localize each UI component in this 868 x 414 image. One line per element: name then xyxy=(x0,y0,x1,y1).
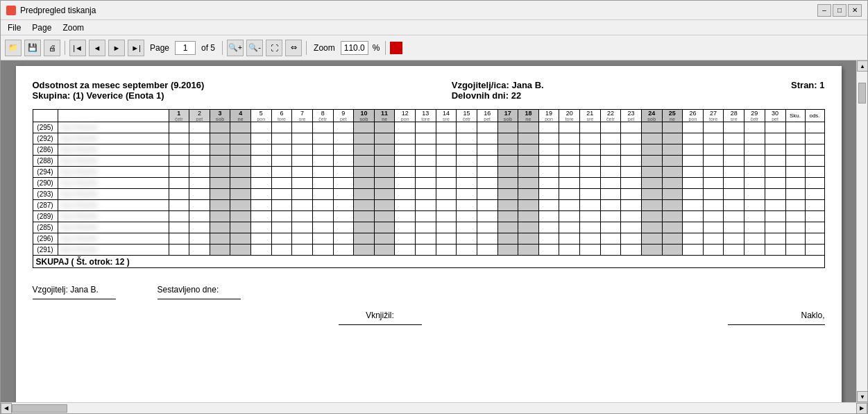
row-3-day-20 xyxy=(559,156,580,167)
fit-button[interactable]: ⛶ xyxy=(266,40,282,56)
row-4-day-28 xyxy=(724,167,744,178)
row-3-day-17 xyxy=(497,156,518,167)
scroll-up-button[interactable]: ▲ xyxy=(857,60,867,72)
row-5-day-4 xyxy=(230,178,251,189)
row-8-day-13 xyxy=(416,211,436,222)
row-8-day-28 xyxy=(724,211,744,222)
row-5-day-20 xyxy=(559,178,580,189)
title-controls[interactable]: – □ ✕ xyxy=(817,4,862,17)
scroll-thumb-v[interactable] xyxy=(858,83,866,104)
row-3-day-10 xyxy=(354,156,375,167)
row-3-day-14 xyxy=(436,156,457,167)
close-button[interactable]: ✕ xyxy=(848,4,862,17)
page-input[interactable] xyxy=(175,41,196,55)
footer-vzgojitelj-line xyxy=(33,299,116,299)
row-11-day-3 xyxy=(210,245,230,256)
row-2-day-9 xyxy=(333,144,354,156)
scroll-left-button[interactable]: ◀ xyxy=(1,403,12,414)
row-6-day-26 xyxy=(683,189,704,200)
zoom-out-button[interactable]: 🔍- xyxy=(246,40,263,56)
maximize-button[interactable]: □ xyxy=(833,4,846,17)
day-25: 25ne xyxy=(662,110,683,122)
row-7-day-21 xyxy=(580,200,601,211)
row-5-day-19 xyxy=(538,178,559,189)
print-button[interactable]: 🖨 xyxy=(44,40,60,56)
row-7-day-10 xyxy=(354,200,375,211)
day-10: 10sob xyxy=(354,110,375,122)
row-6-sku xyxy=(785,189,805,200)
row-8-day-14 xyxy=(436,211,457,222)
row-5-day-29 xyxy=(744,178,765,189)
row-5-day-15 xyxy=(457,178,477,189)
scroll-down-button[interactable]: ▼ xyxy=(857,391,867,402)
row-2-day-19 xyxy=(538,144,559,156)
day-14: 14sre xyxy=(436,110,457,122)
row-3-day-25 xyxy=(662,156,683,167)
col-id xyxy=(33,110,58,122)
row-8-day-3 xyxy=(210,211,230,222)
row-8-day-17 xyxy=(497,211,518,222)
row-0-sku xyxy=(785,122,805,133)
open-button[interactable]: 📁 xyxy=(5,40,22,56)
vertical-scrollbar[interactable]: ▲ ▼ xyxy=(856,60,867,402)
row-9-day-13 xyxy=(416,222,436,233)
summary-row: SKUPAJ ( Št. otrok: 12 ) xyxy=(33,256,824,268)
row-9-day-26 xyxy=(683,222,704,233)
row-10-day-18 xyxy=(518,233,539,245)
prev-page-button[interactable]: ◄ xyxy=(89,40,105,56)
row-2-day-25 xyxy=(662,144,683,156)
menu-zoom[interactable]: Zoom xyxy=(58,22,88,34)
row-10-day-1 xyxy=(169,233,189,245)
row-name-10: Ime Priimek xyxy=(58,233,169,245)
app-icon xyxy=(6,6,16,15)
day-19: 19pon xyxy=(538,110,559,122)
row-3-day-18 xyxy=(518,156,539,167)
row-7-day-22 xyxy=(600,200,621,211)
row-3-day-27 xyxy=(703,156,724,167)
row-5-day-7 xyxy=(292,178,313,189)
menu-file[interactable]: File xyxy=(3,22,25,34)
row-0-day-30 xyxy=(765,122,785,133)
row-3-day-21 xyxy=(580,156,601,167)
scroll-right-button[interactable]: ▶ xyxy=(856,403,867,414)
row-11-sku xyxy=(785,245,805,256)
row-1-day-27 xyxy=(703,133,724,144)
row-11-day-29 xyxy=(744,245,765,256)
row-0-day-3 xyxy=(210,122,230,133)
row-5-day-11 xyxy=(374,178,395,189)
row-11-day-24 xyxy=(641,245,662,256)
day-9: 9pet xyxy=(333,110,354,122)
row-2-day-3 xyxy=(210,144,230,156)
row-3-day-12 xyxy=(395,156,416,167)
horizontal-scrollbar[interactable]: ◀ ▶ xyxy=(1,402,867,413)
menu-page[interactable]: Page xyxy=(28,22,56,34)
row-8-day-7 xyxy=(292,211,313,222)
row-name-2: Ime Priimek xyxy=(58,144,169,156)
row-3-day-4 xyxy=(230,156,251,167)
next-page-button[interactable]: ► xyxy=(108,40,125,56)
minimize-button[interactable]: – xyxy=(817,4,831,17)
row-8-day-20 xyxy=(559,211,580,222)
row-0-day-7 xyxy=(292,122,313,133)
fit-width-button[interactable]: ⇔ xyxy=(285,40,302,56)
row-4-day-2 xyxy=(189,167,210,178)
row-0-day-18 xyxy=(518,122,539,133)
row-name-0: Ime Priimek xyxy=(58,122,169,133)
scroll-h-thumb[interactable] xyxy=(12,404,67,413)
row-4-day-8 xyxy=(312,167,333,178)
stop-button[interactable] xyxy=(390,42,402,54)
row-4-day-29 xyxy=(744,167,765,178)
row-6-day-29 xyxy=(744,189,765,200)
row-name-4: Ime Priimek xyxy=(58,167,169,178)
row-11-day-19 xyxy=(538,245,559,256)
zoom-input[interactable] xyxy=(341,41,368,55)
row-3-day-24 xyxy=(641,156,662,167)
row-3-day-5 xyxy=(251,156,272,167)
zoom-in-button[interactable]: 🔍+ xyxy=(227,40,244,56)
day-4: 4ne xyxy=(230,110,251,122)
save-button[interactable]: 💾 xyxy=(24,40,41,56)
first-page-button[interactable]: |◄ xyxy=(69,40,86,56)
last-page-button[interactable]: ►| xyxy=(128,40,144,56)
row-5-day-28 xyxy=(724,178,744,189)
row-6-day-16 xyxy=(477,189,497,200)
